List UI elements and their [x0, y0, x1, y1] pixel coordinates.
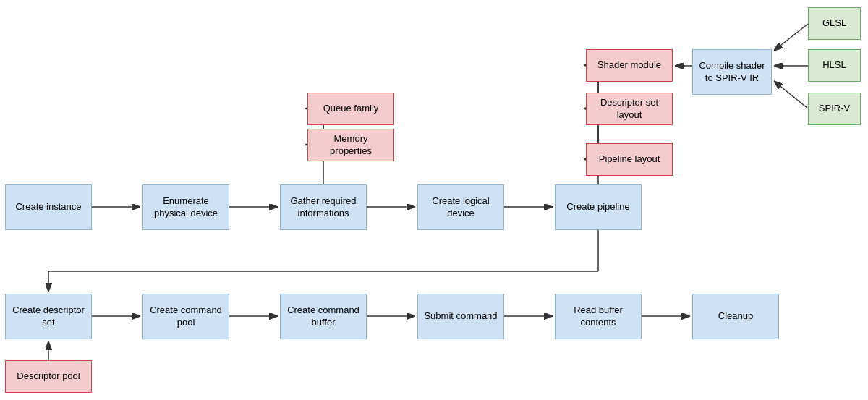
queue-family-node: Queue family	[307, 93, 394, 125]
descriptor-set-layout-node: Descriptor set layout	[586, 93, 673, 125]
create-descriptor-node: Create descriptor set	[5, 294, 92, 339]
gather-info-node: Gather required informations	[280, 184, 367, 230]
create-command-pool-node: Create command pool	[142, 294, 229, 339]
spirv-node: SPIR-V	[808, 93, 861, 125]
descriptor-pool-node: Descriptor pool	[5, 360, 92, 393]
shader-module-node: Shader module	[586, 49, 673, 82]
create-command-buffer-node: Create command buffer	[280, 294, 367, 339]
svg-line-17	[774, 81, 808, 108]
create-instance-node: Create instance	[5, 184, 92, 230]
read-buffer-node: Read buffer contents	[555, 294, 642, 339]
glsl-node: GLSL	[808, 7, 861, 40]
create-pipeline-node: Create pipeline	[555, 184, 642, 230]
submit-command-node: Submit command	[417, 294, 504, 339]
hlsl-node: HLSL	[808, 49, 861, 82]
cleanup-node: Cleanup	[692, 294, 779, 339]
diagram: Create instance Enumerate physical devic…	[0, 0, 868, 400]
svg-line-15	[774, 24, 808, 51]
create-logical-node: Create logical device	[417, 184, 504, 230]
memory-properties-node: Memory properties	[307, 129, 394, 161]
compile-shader-node: Compile shader to SPIR-V IR	[692, 49, 772, 95]
pipeline-layout-node: Pipeline layout	[586, 143, 673, 176]
enumerate-physical-node: Enumerate physical device	[142, 184, 229, 230]
